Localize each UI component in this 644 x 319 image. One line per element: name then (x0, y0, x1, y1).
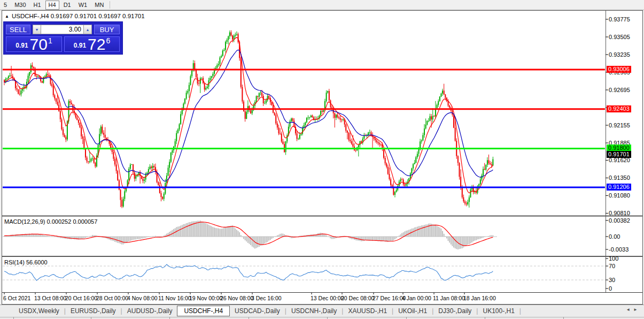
time-axis-label: 11 Jan 08:00 (433, 295, 465, 301)
volume-input[interactable] (41, 25, 83, 34)
macd-axis-label: 0.00382 (609, 217, 630, 224)
support-line-price-badge: 0.91800 (607, 145, 631, 151)
chart-tab-usdcnh-daily[interactable]: USDCNH-,Daily (286, 306, 342, 316)
collapse-panel-arrow-icon[interactable]: ▲ (5, 14, 9, 19)
status-tick (327, 317, 328, 319)
mt4-terminal-window: 5M30H1H4D1W1MN ▲USDCHF-,H4 0.91697 0.917… (0, 0, 644, 319)
sell-price-pip: 1 (48, 36, 52, 45)
chevron-up-icon: ▲ (86, 28, 90, 32)
volume-stepper: ▼ ▲ (33, 25, 92, 34)
status-tick (169, 317, 170, 319)
time-axis-label: 20 Dec 08:00 (341, 295, 374, 301)
rsi-indicator-label: RSI(14) 56.6000 (4, 259, 48, 265)
chart-tab-usdchf-h4[interactable]: USDCHF-,H4 (177, 306, 230, 316)
sell-button[interactable]: SELL (6, 25, 30, 34)
time-axis-label: 4 Jan 00:00 (402, 295, 431, 301)
buy-price-prefix: 0.91 (74, 42, 86, 49)
resistance-line-price-badge: 0.93006 (607, 66, 631, 73)
price-axis-label: 0.91080 (609, 192, 630, 199)
current-price-badge: 0.91701 (607, 151, 631, 158)
tab-separator: | (519, 307, 521, 315)
chart-tab-bar: USDX,Weekly|EURUSD-,Daily|AUDUSD-,DailyU… (0, 305, 644, 316)
buy-price-pip: 6 (106, 36, 110, 45)
time-axis-label: 11 Nov 16:00 (158, 295, 191, 301)
rsi-axis-label: 100 (609, 255, 618, 262)
status-tick (249, 317, 249, 319)
time-axis-label: 13 Dec 00:00 (311, 295, 344, 301)
time-axis-label: 4 Nov 08:00 (127, 295, 158, 301)
sell-price-digits: 70 (30, 37, 48, 51)
support-line-price-badge: 0.91206 (607, 184, 631, 191)
price-axis-label: 0.92155 (609, 122, 630, 128)
chart-tab-usdx-weekly[interactable]: USDX,Weekly (14, 306, 64, 316)
buy-price-display[interactable]: 0.91 72 6 (64, 36, 120, 52)
rsi-axis-label: 0 (609, 285, 612, 292)
rsi-axis-label: 70 (609, 263, 615, 269)
status-tick (91, 317, 91, 319)
time-axis-label: 20 Oct 16:00 (65, 295, 97, 301)
time-axis-label: 19 Nov 00:00 (189, 295, 222, 301)
macd-indicator-label: MACD(12,26,9) 0.000252 0.000057 (4, 218, 97, 225)
tab-scroll-right-icon[interactable]: ► (633, 307, 641, 312)
time-axis-label: 28 Oct 00:00 (96, 295, 128, 301)
price-axis-label: 0.93775 (609, 16, 630, 22)
time-axis-label: 26 Nov 08:00 (220, 295, 253, 301)
time-axis-label: 18 Jan 16:00 (463, 295, 496, 301)
time-axis-label: 6 Oct 2021 (3, 295, 30, 301)
buy-price-digits: 72 (88, 37, 105, 51)
one-click-trade-panel: SELL ▼ ▲ BUY 0.91 70 1 0.91 72 6 (3, 21, 123, 55)
status-tick (563, 317, 564, 319)
time-axis-label: 13 Oct 08:00 (34, 295, 66, 301)
volume-increase-button[interactable]: ▲ (83, 25, 92, 34)
buy-button[interactable]: BUY (94, 25, 120, 34)
status-bar-sliver (0, 317, 644, 319)
macd-axis-label: -0.0033 (609, 246, 629, 253)
chart-tab-dj30-daily[interactable]: DJ30-,Daily (433, 306, 476, 316)
volume-decrease-button[interactable]: ▼ (33, 25, 41, 34)
price-axis-label: 0.92695 (609, 87, 630, 93)
price-axis-label: 0.90810 (609, 210, 630, 216)
chart-tab-xauusd-h1[interactable]: XAUUSD-,H1 (343, 306, 392, 316)
tab-scroll-arrows[interactable]: ◄► (626, 307, 641, 312)
symbol-ohlc-header: ▲USDCHF-,H4 0.91697 0.91701 0.91697 0.91… (5, 13, 145, 19)
time-axis-label: 3 Dec 16:00 (251, 295, 282, 301)
chart-tab-uk100-h1[interactable]: UK100-,H1 (478, 306, 519, 316)
chart-tab-usdcad-daily[interactable]: USDCAD-,Daily (230, 306, 285, 316)
price-axis-label: 0.91350 (609, 174, 630, 181)
price-axis-label: 0.93235 (609, 51, 630, 58)
resistance-line-price-badge: 0.92403 (607, 105, 631, 112)
status-tick (485, 317, 485, 319)
time-axis-label: 27 Dec 16:00 (373, 295, 406, 301)
tab-scroll-left-icon[interactable]: ◄ (626, 307, 633, 312)
chevron-down-icon: ▼ (35, 28, 39, 32)
status-tick (406, 317, 407, 319)
chart-tab-audusd-daily[interactable]: AUDUSD-,Daily (122, 306, 177, 316)
chart-tab-eurusd-daily[interactable]: EURUSD-,Daily (66, 306, 121, 316)
sell-price-prefix: 0.91 (15, 42, 28, 49)
chart-tab-ukoil-h1[interactable]: UKOil-,H1 (393, 306, 432, 316)
symbol-ohlc-text: USDCHF-,H4 0.91697 0.91701 0.91697 0.917… (12, 13, 145, 19)
rsi-axis-label: 30 (609, 277, 615, 283)
sell-price-display[interactable]: 0.91 70 1 (6, 36, 62, 52)
price-axis-label: 0.93505 (609, 34, 630, 40)
macd-axis-label: 0.00 (609, 233, 620, 240)
status-tick (13, 317, 14, 319)
